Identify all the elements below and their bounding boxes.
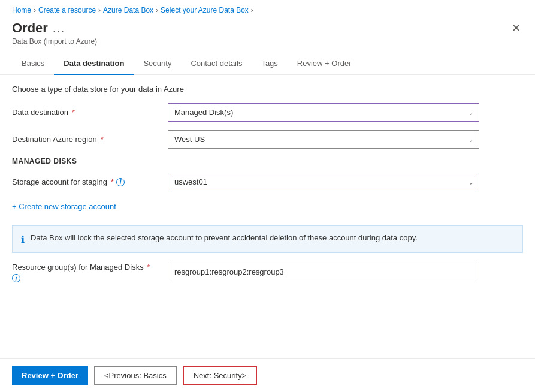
breadcrumb-sep2: › xyxy=(98,6,101,14)
storage-account-label: Storage account for staging * i xyxy=(12,177,168,186)
data-destination-row: Data destination * Managed Disk(s) ⌄ xyxy=(12,103,523,122)
tab-contact-details[interactable]: Contact details xyxy=(181,53,252,75)
breadcrumb-azure-data-box[interactable]: Azure Data Box xyxy=(103,6,153,14)
page-subtitle: Data Box (Import to Azure) xyxy=(12,37,97,46)
breadcrumb-select-azure-data-box[interactable]: Select your Azure Data Box xyxy=(161,6,249,14)
storage-account-select-wrapper: uswest01 ⌄ xyxy=(168,173,479,191)
resource-groups-control xyxy=(168,263,479,281)
page-header: Order ... Data Box (Import to Azure) ✕ xyxy=(0,18,535,50)
data-destination-label: Data destination * xyxy=(12,108,168,117)
breadcrumb-create-resource[interactable]: Create a resource xyxy=(38,6,96,14)
breadcrumb-sep4: › xyxy=(251,6,253,14)
review-order-button[interactable]: Review + Order xyxy=(12,366,88,385)
breadcrumb: Home › Create a resource › Azure Data Bo… xyxy=(0,0,535,18)
destination-region-control: West US ⌄ xyxy=(168,130,479,149)
next-security-button[interactable]: Next: Security> xyxy=(183,366,258,385)
create-storage-account-link[interactable]: + Create new storage account xyxy=(12,202,116,211)
breadcrumb-home[interactable]: Home xyxy=(12,6,31,14)
tab-data-destination[interactable]: Data destination xyxy=(54,53,134,75)
footer: Review + Order <Previous: Basics Next: S… xyxy=(0,358,535,392)
info-box-message: Data Box will lock the selected storage … xyxy=(31,233,418,242)
tab-security[interactable]: Security xyxy=(134,53,181,75)
resource-groups-label: Resource group(s) for Managed Disks * xyxy=(12,263,168,272)
previous-button[interactable]: <Previous: Basics xyxy=(94,366,177,385)
tab-tags[interactable]: Tags xyxy=(252,53,287,75)
destination-region-row: Destination Azure region * West US ⌄ xyxy=(12,130,523,149)
page-title: Order xyxy=(12,20,48,36)
resource-groups-label-wrap: Resource group(s) for Managed Disks * i xyxy=(12,263,168,282)
destination-region-select[interactable]: West US xyxy=(168,130,479,149)
section-description: Choose a type of data store for your dat… xyxy=(12,85,523,94)
destination-region-select-wrapper: West US ⌄ xyxy=(168,130,479,149)
storage-account-row: Storage account for staging * i uswest01… xyxy=(12,173,523,191)
resource-groups-input[interactable] xyxy=(168,263,479,281)
tab-review-order[interactable]: Review + Order xyxy=(288,53,361,75)
storage-account-control: uswest01 ⌄ xyxy=(168,173,479,191)
tabs-container: Basics Data destination Security Contact… xyxy=(0,53,535,75)
resource-groups-row: Resource group(s) for Managed Disks * i xyxy=(12,263,523,282)
resource-groups-info-icon[interactable]: i xyxy=(12,274,168,282)
info-box-icon: ℹ xyxy=(21,234,25,245)
info-box: ℹ Data Box will lock the selected storag… xyxy=(12,225,523,253)
breadcrumb-sep1: › xyxy=(34,6,36,14)
data-destination-control: Managed Disk(s) ⌄ xyxy=(168,103,479,122)
required-indicator-storage: * xyxy=(111,177,114,186)
destination-region-label: Destination Azure region * xyxy=(12,135,168,144)
managed-disks-heading: MANAGED DISKS xyxy=(12,157,523,165)
storage-account-info-icon[interactable]: i xyxy=(116,178,125,186)
main-content: Choose a type of data store for your dat… xyxy=(0,75,535,339)
data-destination-select-wrapper: Managed Disk(s) ⌄ xyxy=(168,103,479,122)
required-indicator-rg: * xyxy=(147,263,150,272)
data-destination-select[interactable]: Managed Disk(s) xyxy=(168,103,479,122)
required-indicator: * xyxy=(72,108,75,117)
storage-account-select[interactable]: uswest01 xyxy=(168,173,479,191)
page-options-button[interactable]: ... xyxy=(53,22,65,35)
close-button[interactable]: ✕ xyxy=(509,20,523,36)
breadcrumb-sep3: › xyxy=(156,6,158,14)
tab-basics[interactable]: Basics xyxy=(12,53,54,75)
required-indicator-region: * xyxy=(101,135,104,144)
